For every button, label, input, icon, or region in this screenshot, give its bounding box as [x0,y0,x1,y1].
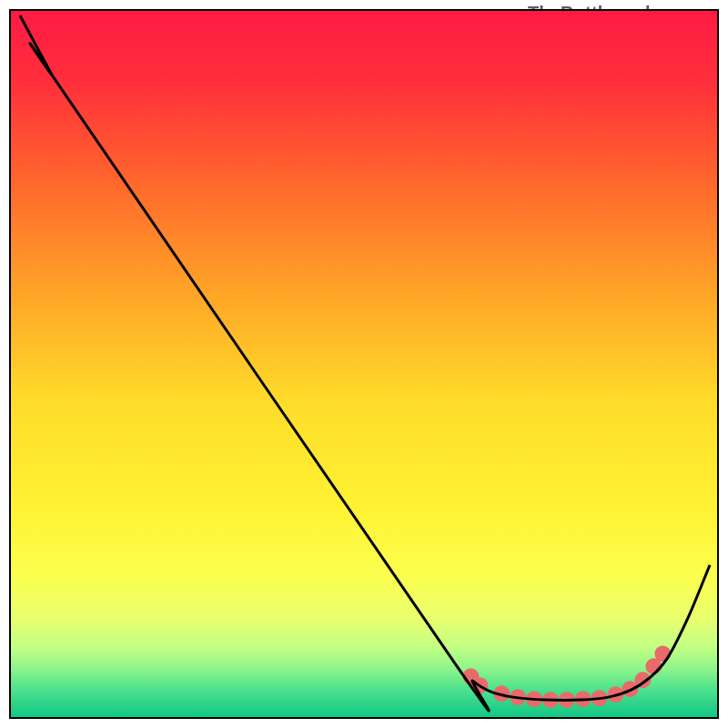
chart-markers-group [462,645,671,708]
chart-marker [654,645,671,662]
chart-curve-layer [11,11,717,717]
chart-frame [9,9,719,719]
chart-curve [20,15,710,711]
